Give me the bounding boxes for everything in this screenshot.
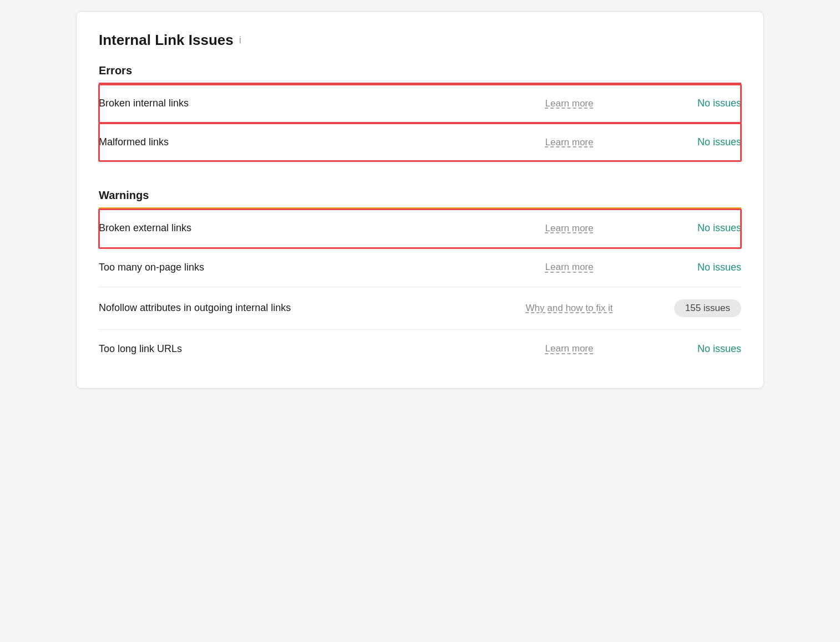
too-long-urls-status: No issues xyxy=(630,343,741,355)
errors-section: Errors Broken internal links Learn more … xyxy=(99,64,741,161)
broken-internal-links-learn-more[interactable]: Learn more xyxy=(508,98,630,109)
internal-link-issues-card: Internal Link Issues i Errors Broken int… xyxy=(76,11,764,389)
broken-internal-links-row: Broken internal links Learn more No issu… xyxy=(99,84,741,123)
broken-internal-links-name: Broken internal links xyxy=(99,96,508,110)
malformed-links-row: Malformed links Learn more No issues xyxy=(99,123,741,161)
too-many-links-name: Too many on-page links xyxy=(99,261,508,274)
broken-external-links-status: No issues xyxy=(630,222,741,234)
warnings-heading: Warnings xyxy=(99,189,741,202)
broken-internal-links-status: No issues xyxy=(630,98,741,109)
too-long-urls-row: Too long link URLs Learn more No issues xyxy=(99,330,741,368)
nofollow-attributes-why-fix[interactable]: Why and how to fix it xyxy=(508,303,630,314)
too-long-urls-learn-more[interactable]: Learn more xyxy=(508,343,630,354)
nofollow-attributes-status: 155 issues xyxy=(630,299,741,317)
malformed-links-learn-more[interactable]: Learn more xyxy=(508,137,630,148)
broken-external-links-name: Broken external links xyxy=(99,221,508,235)
too-many-links-status: No issues xyxy=(630,262,741,273)
malformed-links-status: No issues xyxy=(630,136,741,148)
nofollow-attributes-row: Nofollow attributes in outgoing internal… xyxy=(99,287,741,330)
warnings-section: Warnings Broken external links Learn mor… xyxy=(99,189,741,368)
too-many-links-row: Too many on-page links Learn more No iss… xyxy=(99,248,741,287)
card-title-text: Internal Link Issues xyxy=(99,32,234,49)
errors-heading: Errors xyxy=(99,64,741,77)
too-many-links-learn-more[interactable]: Learn more xyxy=(508,262,630,273)
nofollow-attributes-name: Nofollow attributes in outgoing internal… xyxy=(99,301,508,315)
malformed-links-name: Malformed links xyxy=(99,135,508,149)
issues-badge: 155 issues xyxy=(674,299,741,317)
broken-external-links-learn-more[interactable]: Learn more xyxy=(508,223,630,234)
too-long-urls-name: Too long link URLs xyxy=(99,342,508,356)
broken-external-links-row: Broken external links Learn more No issu… xyxy=(99,209,741,248)
info-icon[interactable]: i xyxy=(239,34,241,46)
card-title-area: Internal Link Issues i xyxy=(99,32,741,49)
